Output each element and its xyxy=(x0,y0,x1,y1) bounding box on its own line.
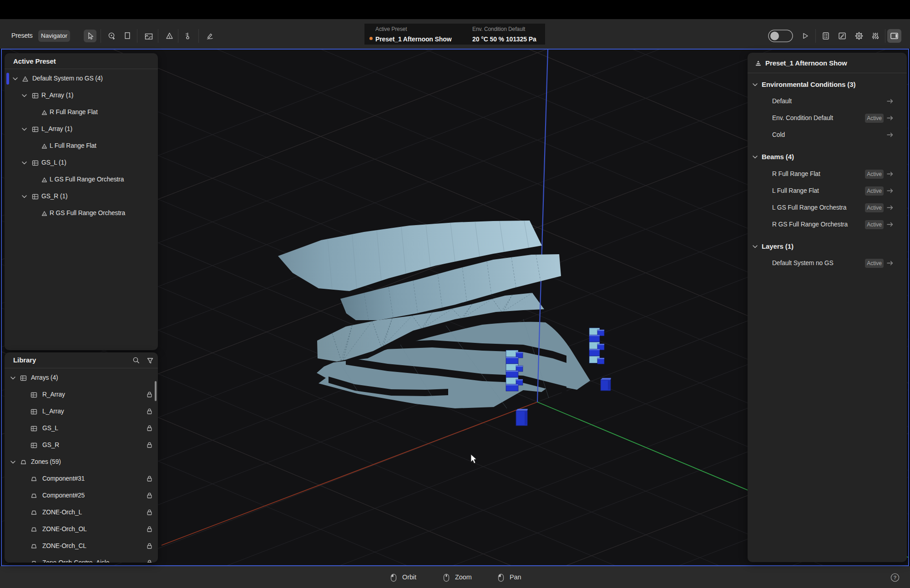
svg-text:?: ? xyxy=(893,575,896,580)
